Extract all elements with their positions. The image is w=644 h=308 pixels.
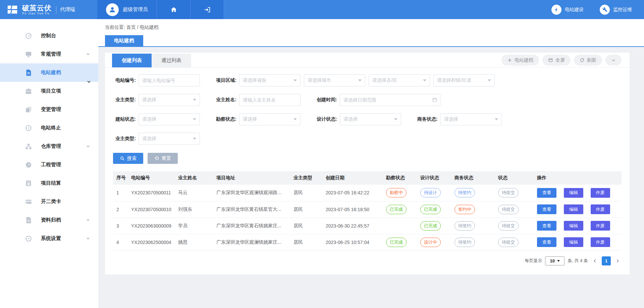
app-logo[interactable]: 破茧云伏 Po Jian Yun Fu 代理端 [0,0,97,19]
filter-business-status: 商务状态: 请选择 [415,113,516,125]
sidebar-item-data-archive[interactable]: 资料归档 [0,211,98,229]
business-status-select[interactable]: 请选择 [440,113,502,125]
tab-create-list[interactable]: 创建列表 [112,54,152,67]
owner-type-2-select[interactable]: 请选择 [139,133,200,145]
view-button[interactable]: 查看 [537,221,556,231]
chevron-down-icon [86,236,90,241]
col-address: 项目地址 [213,171,290,185]
edit-button[interactable]: 编辑 [564,188,583,198]
status-badge: 待设计 [420,188,441,197]
void-button[interactable]: 作废 [591,221,610,231]
pages-icon [25,106,32,113]
nav-station-build[interactable]: 电站建设 [551,5,584,15]
calendar-icon [432,97,437,103]
create-station-button[interactable]: 电站建档 [501,55,539,66]
refresh-icon [580,58,585,63]
station-table: 序号 电站编号 业主姓名 项目地址 业主类型 创建日期 勘察状态 设计状态 商务… [113,171,622,251]
town-select[interactable]: 请选择村镇/街道 [433,74,495,86]
breadcrumb-path[interactable]: 首页 / 电站建档 [126,24,159,30]
survey-status-select[interactable]: 请选择 [239,113,301,125]
build-status-select[interactable]: 请选择 [139,113,200,125]
edit-button[interactable]: 编辑 [564,204,583,214]
header-right-nav: 电站建设 监控运维 [551,0,644,19]
edit-button[interactable]: 编辑 [564,237,583,247]
table-row: 2 YX2023070500010 刘强东 广东深圳龙华区黄石镇星官大... 居… [113,201,622,218]
fullscreen-icon [548,58,553,63]
void-button[interactable]: 作废 [591,237,610,247]
nav-monitor-ops[interactable]: 监控运维 [600,5,632,15]
search-button[interactable]: 搜索 [113,153,143,164]
caret-down-icon [293,79,297,81]
province-select[interactable]: 请选择省份 [239,74,301,86]
station-no-input[interactable] [139,74,200,86]
sidebar-item-station-termination[interactable]: 电站终止 [0,119,98,137]
fullscreen-button[interactable]: 全屏 [542,55,571,66]
chevron-right-icon [615,258,620,263]
sidebar-item-system-settings[interactable]: 系统设置 [0,229,98,248]
plus-icon [507,58,512,63]
owner-name-input[interactable] [239,94,301,106]
sidebar-item-type2-card[interactable]: 开二类卡 [0,192,98,211]
caret-down-icon [423,79,426,81]
breadcrumb-bar: 当前位置: 首页 / 电站建档 电站建档 [98,19,644,47]
filter-survey-status: 勘察状态: 请选择 [214,113,314,125]
user-menu[interactable]: 超级管理员 [97,0,157,19]
void-button[interactable]: 作废 [591,204,610,214]
card-icon [25,198,32,205]
filter-build-status: 建站状态: 请选择 [113,113,214,125]
dashboard-icon [25,161,32,169]
per-page-select[interactable]: 10 [545,256,565,265]
logout-button[interactable] [191,0,224,19]
date-range-input[interactable] [340,94,440,106]
city-select[interactable]: 请选择城市 [304,74,365,86]
caret-down-icon [193,99,196,101]
tab-passed-list[interactable]: 通过列表 [152,54,191,67]
table-row: 4 YX2023062500004 姚思 广东深圳龙华区观澜镇姚家庄... 居民… [113,234,622,250]
sidebar-item-station-archive[interactable]: 电站建档 [0,63,98,82]
wrench-icon [600,5,610,15]
top-header: 破茧云伏 Po Jian Yun Fu 代理端 超级管理员 [0,0,644,19]
chevron-left-icon [592,258,597,263]
caret-down-icon [358,79,362,81]
void-button[interactable]: 作废 [591,188,610,198]
refresh-button[interactable]: 刷新 [574,55,602,66]
sidebar-collapse-icon[interactable] [87,79,91,85]
home-button[interactable] [157,0,191,19]
file-icon [25,217,32,224]
sidebar-item-project-settlement[interactable]: 项目结算 [0,174,98,192]
per-page-label: 每页显示 [525,258,542,264]
status-badge: 待签约 [454,238,475,247]
page-number-active[interactable]: 1 [602,256,611,265]
sitemap-icon [25,143,32,150]
briefcase-icon [25,87,32,95]
view-button[interactable]: 查看 [537,204,556,214]
sidebar-item-change-management[interactable]: 变更管理 [0,100,98,119]
owner-type-select[interactable]: 请选择 [139,94,200,106]
district-select[interactable]: 请选择县/区 [369,74,430,86]
sidebar-item-engineering[interactable]: 工程管理 [0,156,98,174]
chevron-down-icon [86,52,90,56]
col-station-code: 电站编号 [128,171,175,185]
page-tab-station-archive[interactable]: 电站建档 [105,35,143,46]
design-status-select[interactable]: 请选择 [340,113,401,125]
status-badge: 待签约 [454,221,475,231]
sidebar-item-label: 电站终止 [41,125,61,131]
col-created: 创建日期 [322,171,383,185]
header-user-section: 超级管理员 [97,0,224,19]
prev-page-button[interactable] [591,258,599,263]
nav-station-build-label: 电站建设 [565,7,584,13]
sidebar-item-warehouse[interactable]: 仓库管理 [0,137,98,156]
view-button[interactable]: 查看 [537,188,556,198]
logo-icon [6,3,19,16]
caret-down-icon [495,118,498,120]
next-page-button[interactable] [614,258,622,263]
sidebar-item-project-initiation[interactable]: 项目立项 [0,82,98,100]
sidebar-item-general-management[interactable]: 常规管理 [0,45,98,63]
edit-button[interactable]: 编辑 [564,221,583,231]
toolbar-collapse-button[interactable] [605,55,622,66]
caret-down-icon [394,118,397,120]
sidebar-item-console[interactable]: 控制台 [0,26,98,45]
reset-button[interactable]: 重置 [148,153,178,164]
caret-down-icon [193,138,196,140]
view-button[interactable]: 查看 [537,237,556,247]
